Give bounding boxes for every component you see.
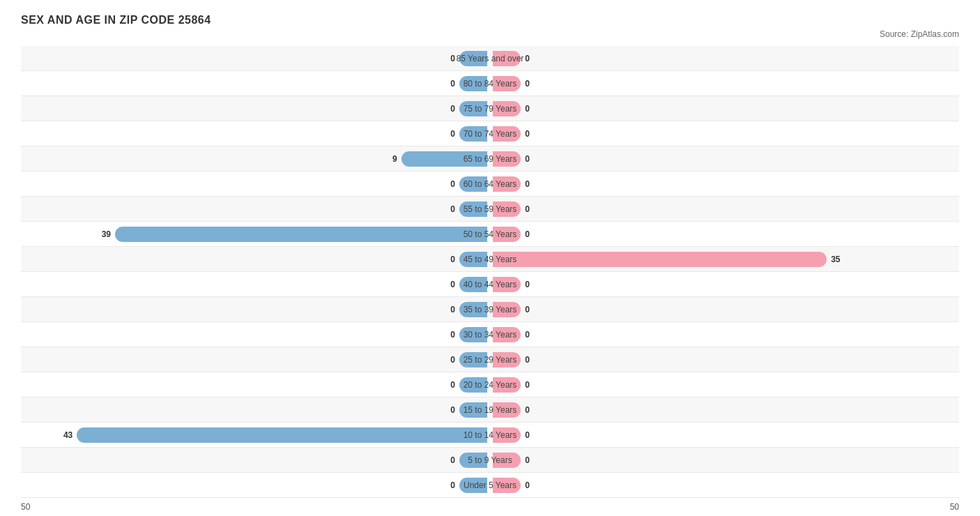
female-value: 0	[525, 305, 539, 314]
bar-right-side: 0	[490, 277, 959, 292]
male-value: 9	[383, 154, 397, 164]
female-value: 0	[525, 104, 539, 114]
chart-row: 0Under 5 Years0	[21, 473, 959, 498]
male-value: 0	[441, 129, 455, 139]
female-bar	[493, 327, 521, 342]
chart-row: 965 to 69 Years0	[21, 146, 959, 172]
bar-right-side: 0	[490, 302, 959, 317]
male-bar	[459, 51, 487, 66]
chart-row: 080 to 84 Years0	[21, 71, 959, 96]
female-value: 0	[525, 129, 539, 139]
female-bar	[493, 126, 521, 142]
bar-left-side: 0	[21, 377, 490, 393]
bar-left-side: 9	[21, 151, 490, 167]
female-bar	[493, 277, 521, 292]
female-bar	[493, 377, 521, 393]
chart-row: 075 to 79 Years0	[21, 96, 959, 121]
bar-left-side: 0	[21, 252, 490, 267]
female-bar	[493, 252, 827, 267]
bar-left-side: 0	[21, 327, 490, 342]
chart-row: 040 to 44 Years0	[21, 272, 959, 297]
axis-left-label: 50	[21, 502, 490, 512]
female-bar	[493, 176, 521, 192]
female-value: 0	[525, 79, 539, 89]
bar-right-side: 0	[490, 377, 959, 393]
male-bar	[459, 453, 487, 468]
male-value: 0	[441, 405, 455, 415]
female-bar	[493, 453, 521, 468]
bar-right-side: 0	[490, 51, 959, 66]
bar-right-side: 0	[490, 402, 959, 418]
bar-right-side: 0	[490, 478, 959, 493]
female-value: 0	[525, 204, 539, 214]
chart-container: 085 Years and over0080 to 84 Years0075 t…	[21, 46, 959, 498]
female-bar	[493, 202, 521, 217]
chart-row: 3950 to 54 Years0	[21, 222, 959, 247]
chart-row: 4310 to 14 Years0	[21, 423, 959, 448]
male-bar	[401, 151, 487, 167]
bar-right-side: 0	[490, 151, 959, 167]
bar-left-side: 0	[21, 453, 490, 468]
bar-right-side: 0	[490, 126, 959, 142]
male-bar	[77, 427, 487, 443]
bar-right-side: 0	[490, 101, 959, 116]
female-value: 0	[525, 405, 539, 415]
bar-left-side: 0	[21, 277, 490, 292]
axis-right-label: 50	[490, 502, 959, 512]
male-bar	[459, 377, 487, 393]
chart-row: 085 Years and over0	[21, 46, 959, 71]
male-bar	[459, 126, 487, 142]
female-bar	[493, 402, 521, 418]
bar-left-side: 0	[21, 402, 490, 418]
bar-right-side: 0	[490, 76, 959, 91]
bar-right-side: 0	[490, 227, 959, 242]
bar-right-side: 0	[490, 352, 959, 367]
male-value: 0	[441, 204, 455, 214]
axis-row: 50 50	[21, 502, 959, 512]
bar-left-side: 0	[21, 126, 490, 142]
bar-left-side: 39	[21, 227, 490, 242]
male-bar	[459, 202, 487, 217]
bar-left-side: 0	[21, 352, 490, 367]
male-value: 0	[441, 355, 455, 365]
male-value: 0	[441, 255, 455, 264]
male-bar	[115, 227, 487, 242]
male-bar	[459, 101, 487, 116]
female-value: 0	[525, 330, 539, 340]
source-label: Source: ZipAtlas.com	[21, 29, 959, 39]
bar-right-side: 0	[490, 176, 959, 192]
female-value: 0	[525, 455, 539, 465]
female-bar	[493, 478, 521, 493]
bar-right-side: 35	[490, 252, 959, 267]
female-value: 0	[525, 480, 539, 490]
female-bar	[493, 76, 521, 91]
chart-row: 020 to 24 Years0	[21, 372, 959, 397]
male-value: 0	[441, 380, 455, 390]
chart-title: SEX AND AGE IN ZIP CODE 25864	[21, 14, 959, 26]
bar-left-side: 0	[21, 202, 490, 217]
chart-row: 055 to 59 Years0	[21, 197, 959, 222]
female-value: 0	[525, 380, 539, 390]
chart-row: 060 to 64 Years0	[21, 172, 959, 197]
chart-row: 035 to 39 Years0	[21, 297, 959, 322]
bar-right-side: 0	[490, 202, 959, 217]
male-bar	[459, 277, 487, 292]
female-bar	[493, 427, 521, 443]
female-value: 0	[525, 154, 539, 164]
male-value: 39	[97, 229, 111, 239]
bar-right-side: 0	[490, 453, 959, 468]
male-bar	[459, 352, 487, 367]
female-value: 0	[525, 54, 539, 63]
female-bar	[493, 302, 521, 317]
bar-left-side: 0	[21, 176, 490, 192]
bar-right-side: 0	[490, 327, 959, 342]
female-bar	[493, 227, 521, 242]
male-bar	[459, 327, 487, 342]
chart-row: 070 to 74 Years0	[21, 121, 959, 146]
female-value: 0	[525, 355, 539, 365]
bar-left-side: 0	[21, 76, 490, 91]
male-value: 0	[441, 330, 455, 340]
male-value: 0	[441, 305, 455, 314]
female-bar	[493, 101, 521, 116]
bar-left-side: 0	[21, 302, 490, 317]
